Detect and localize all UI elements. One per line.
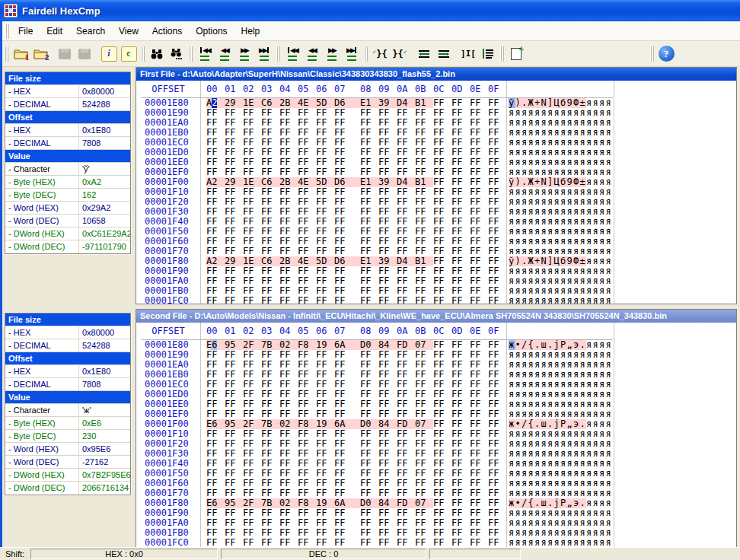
byte-cell[interactable]: FF [243, 538, 261, 547]
ascii-cell[interactable]: я [547, 538, 554, 547]
byte-cell[interactable]: FF [243, 296, 261, 304]
hex-row[interactable]: 00001FC0FFFFFFFFFFFFFFFFFFFFFFFFFFFFFFFF… [136, 296, 736, 304]
byte-cell[interactable]: FF [261, 296, 279, 304]
ascii-cell[interactable]: я [567, 296, 574, 304]
sync-scroll-left-button[interactable]: ✓}{ [370, 44, 390, 63]
byte-cell[interactable]: FF [415, 296, 433, 304]
byte-cell[interactable]: FF [488, 538, 506, 547]
byte-cell[interactable]: FF [316, 296, 334, 304]
byte-cell[interactable]: FF [225, 296, 243, 304]
ascii-cell[interactable]: я [599, 538, 606, 547]
ascii-cell[interactable]: я [554, 296, 561, 304]
ascii-cell[interactable]: я [509, 538, 515, 547]
hex-row[interactable]: 00001FC0FFFFFFFFFFFFFFFFFFFFFFFFFFFFFFFF… [136, 538, 736, 547]
menu-search[interactable]: Search [69, 23, 112, 40]
compare-toggle-button[interactable]: c [119, 44, 139, 63]
align-blocks-top-button[interactable] [414, 44, 434, 63]
byte-cell[interactable]: FF [378, 296, 397, 304]
ascii-cell[interactable]: я [528, 296, 535, 304]
find-next-button[interactable] [167, 44, 187, 63]
ascii-cell[interactable]: я [560, 538, 567, 547]
previous-difference-button[interactable]: ◀◀ [215, 44, 234, 63]
previous-equal-button[interactable]: ◀◀ [302, 44, 322, 63]
byte-cell[interactable]: FF [378, 538, 397, 547]
byte-cell[interactable]: FF [279, 538, 298, 547]
byte-cell[interactable]: FF [206, 538, 225, 547]
open-first-file-button[interactable]: 1 [11, 44, 30, 63]
info-panel-toggle-button[interactable]: i [99, 44, 119, 63]
menu-view[interactable]: View [112, 23, 145, 40]
byte-cell[interactable]: FF [279, 296, 298, 304]
ascii-cell[interactable]: я [515, 538, 522, 547]
ascii-cell[interactable]: я [534, 538, 541, 547]
first-difference-button[interactable]: ◀◀ [195, 44, 215, 63]
byte-cell[interactable]: FF [316, 538, 334, 547]
ascii-cell[interactable]: я [573, 296, 580, 304]
ascii-cell[interactable]: я [580, 296, 587, 304]
last-difference-button[interactable]: ▶▶ [254, 44, 274, 63]
ascii-cell[interactable]: я [534, 296, 541, 304]
first-equal-button[interactable]: ◀◀ [282, 44, 302, 63]
byte-cell[interactable]: FF [397, 538, 415, 547]
ascii-cell[interactable]: я [509, 296, 515, 304]
ascii-cell[interactable]: я [573, 538, 580, 547]
byte-cell[interactable]: FF [298, 296, 316, 304]
ascii-cell[interactable]: я [554, 538, 561, 547]
byte-cell[interactable]: FF [298, 538, 316, 547]
byte-cell[interactable]: FF [261, 538, 279, 547]
byte-column-header: 0A [397, 84, 415, 94]
menu-edit[interactable]: Edit [40, 23, 69, 40]
menu-file[interactable]: File [11, 23, 40, 40]
open-second-file-button[interactable]: 2 [30, 44, 50, 63]
byte-cell[interactable]: FF [334, 538, 352, 547]
menu-actions[interactable]: Actions [145, 23, 189, 40]
edit-mode-button[interactable]: ]I[ [458, 44, 478, 63]
menu-options[interactable]: Options [189, 23, 234, 40]
ascii-cell[interactable]: я [522, 296, 528, 304]
ascii-cell[interactable]: я [580, 538, 587, 547]
ascii-cell[interactable]: я [593, 538, 600, 547]
ascii-cell[interactable]: я [567, 538, 574, 547]
ascii-cell[interactable]: я [541, 296, 548, 304]
next-difference-button[interactable]: ▶▶ [234, 44, 254, 63]
byte-cell[interactable]: FF [415, 538, 433, 547]
byte-cell[interactable]: FF [470, 296, 488, 304]
byte-cell[interactable]: FF [451, 538, 470, 547]
ascii-cell[interactable]: я [528, 538, 535, 547]
ascii-cell[interactable]: я [586, 296, 593, 304]
byte-cell[interactable]: FF [433, 538, 451, 547]
byte-cell[interactable]: FF [206, 296, 225, 304]
byte-cell[interactable]: FF [334, 296, 352, 304]
info-row: - DWord (DEC)-971101790 [5, 240, 130, 253]
byte-cell[interactable]: FF [225, 538, 243, 547]
create-report-button[interactable] [506, 44, 526, 63]
ascii-cell[interactable]: я [515, 296, 522, 304]
report-list-button[interactable] [478, 44, 498, 63]
sync-scroll-right-button[interactable]: }{✓ [390, 44, 410, 63]
byte-cell[interactable]: FF [397, 296, 415, 304]
menu-help[interactable]: Help [234, 23, 267, 40]
ascii-cell[interactable]: я [522, 538, 528, 547]
last-equal-button[interactable]: ▶▶ [342, 44, 362, 63]
ascii-cell[interactable]: я [547, 296, 554, 304]
shift-hex-value: HEX : 0x0 [30, 549, 218, 559]
byte-cell[interactable]: FF [352, 296, 378, 304]
help-button[interactable]: ? [656, 44, 676, 63]
ascii-cell[interactable]: я [541, 538, 548, 547]
byte-cell[interactable]: FF [488, 296, 506, 304]
byte-cell[interactable]: FF [470, 538, 488, 547]
align-blocks-bottom-button[interactable] [434, 44, 454, 63]
ascii-cell[interactable]: я [593, 296, 600, 304]
byte-cell[interactable]: FF [433, 296, 451, 304]
first-file-hex-view[interactable]: OFFSET000102030405060708090A0B0C0D0E0F00… [136, 81, 736, 304]
ascii-cell[interactable]: я [560, 296, 567, 304]
ascii-cell[interactable]: я [586, 538, 593, 547]
ascii-cell[interactable]: я [599, 296, 606, 304]
ascii-cell[interactable]: я [606, 296, 613, 304]
find-button[interactable] [147, 44, 167, 63]
byte-cell[interactable]: FF [451, 296, 470, 304]
second-file-hex-view[interactable]: OFFSET000102030405060708090A0B0C0D0E0F00… [136, 323, 736, 547]
next-equal-button[interactable]: ▶▶ [322, 44, 342, 63]
ascii-cell[interactable]: я [606, 538, 613, 547]
byte-cell[interactable]: FF [352, 538, 378, 547]
